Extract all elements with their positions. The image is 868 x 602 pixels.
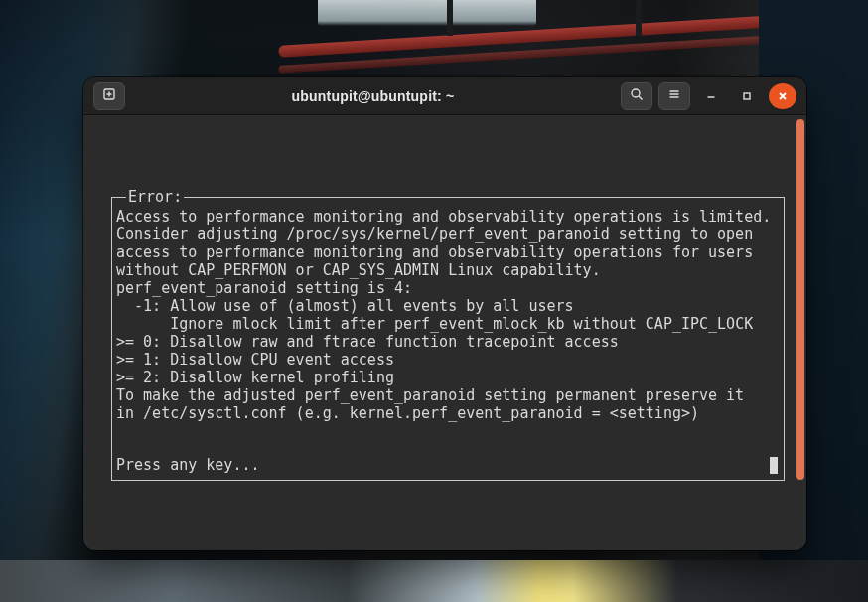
maximize-icon — [741, 90, 753, 102]
new-tab-icon — [102, 86, 116, 105]
new-tab-button[interactable] — [93, 82, 125, 110]
window-title: ubuntupit@ubuntupit: ~ — [128, 88, 618, 104]
wallpaper-hanger — [636, 0, 642, 36]
menu-button[interactable] — [658, 82, 690, 110]
svg-rect-9 — [744, 93, 750, 99]
close-icon — [777, 90, 789, 102]
minimize-button[interactable] — [697, 83, 725, 109]
wallpaper-ceiling-light — [318, 0, 536, 26]
error-frame-title: Error: — [126, 188, 184, 206]
hamburger-icon — [667, 86, 681, 105]
close-button[interactable] — [769, 83, 796, 109]
search-button[interactable] — [621, 82, 652, 110]
svg-point-3 — [632, 89, 640, 97]
press-any-key-prompt: Press any key... — [112, 456, 264, 474]
scrollbar-thumb[interactable] — [796, 119, 804, 480]
svg-line-4 — [639, 96, 643, 100]
titlebar[interactable]: ubuntupit@ubuntupit: ~ — [83, 77, 806, 115]
search-icon — [630, 86, 644, 105]
terminal-window: ubuntupit@ubuntupit: ~ — [83, 77, 806, 550]
wallpaper-hanger — [447, 0, 453, 36]
maximize-button[interactable] — [733, 83, 761, 109]
minimize-icon — [705, 90, 717, 102]
desktop-wallpaper: ubuntupit@ubuntupit: ~ — [0, 0, 868, 602]
error-frame: Error: Access to performance monitoring … — [111, 197, 785, 481]
error-body-text: Access to performance monitoring and obs… — [112, 208, 784, 422]
terminal-body[interactable]: Error: Access to performance monitoring … — [83, 115, 806, 550]
text-cursor — [770, 457, 778, 474]
wallpaper-floor — [0, 560, 868, 602]
scrollbar-track[interactable] — [796, 119, 804, 538]
